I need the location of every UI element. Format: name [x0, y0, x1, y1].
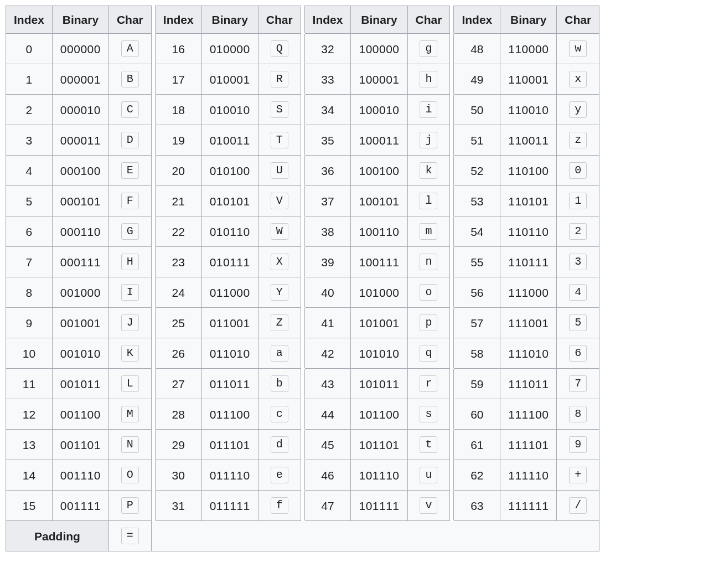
base64-alphabet-table: Index Binary Char Index Binary Char Inde… [6, 6, 599, 551]
cell-binary: 011110 [201, 460, 258, 491]
cell-binary: 010010 [201, 95, 258, 125]
cell-binary: 000101 [52, 186, 108, 216]
group-spacer [301, 277, 304, 308]
cell-char: R [258, 64, 301, 95]
cell-binary: 100011 [351, 125, 407, 156]
cell-binary: 000100 [52, 156, 108, 186]
cell-char: k [407, 156, 450, 186]
cell-char: f [258, 491, 301, 521]
cell-binary: 001000 [52, 277, 108, 308]
char-code: 2 [569, 223, 587, 240]
group-spacer [151, 369, 155, 399]
cell-char: K [108, 338, 151, 369]
cell-binary: 001011 [52, 369, 108, 399]
cell-char: h [407, 64, 450, 95]
cell-index: 36 [304, 156, 351, 186]
cell-char: 4 [557, 277, 599, 308]
cell-binary: 011010 [201, 338, 258, 369]
group-spacer [301, 369, 304, 399]
char-code: W [271, 223, 288, 240]
cell-char: H [108, 247, 151, 277]
group-spacer [151, 338, 155, 369]
cell-char: 0 [557, 156, 599, 186]
cell-binary: 110000 [500, 34, 557, 64]
cell-char: L [108, 369, 151, 399]
char-code: l [420, 193, 437, 209]
char-code: H [121, 254, 139, 270]
cell-index: 48 [454, 34, 500, 64]
group-spacer [151, 277, 155, 308]
cell-char: j [407, 125, 450, 156]
cell-index: 44 [304, 399, 351, 430]
char-code: p [420, 314, 437, 331]
cell-index: 60 [454, 399, 500, 430]
char-code: j [420, 132, 437, 148]
cell-binary: 010110 [201, 216, 258, 247]
cell-char: z [557, 125, 599, 156]
cell-index: 20 [155, 156, 201, 186]
char-code: O [121, 467, 139, 483]
group-spacer [301, 430, 304, 460]
char-code: 3 [569, 254, 587, 270]
group-spacer [450, 338, 454, 369]
char-code: a [271, 345, 288, 362]
group-spacer [450, 247, 454, 277]
char-code: r [420, 375, 437, 392]
col-char: Char [557, 6, 599, 34]
cell-binary: 101101 [351, 430, 407, 460]
cell-char: Z [258, 308, 301, 338]
cell-index: 34 [304, 95, 351, 125]
cell-binary: 101110 [351, 460, 407, 491]
char-code: y [569, 101, 587, 118]
cell-char: 6 [557, 338, 599, 369]
cell-char: x [557, 64, 599, 95]
cell-char: J [108, 308, 151, 338]
cell-index: 18 [155, 95, 201, 125]
table-row: 6000110G22010110W38100110m541101102 [6, 216, 599, 247]
char-code: n [420, 254, 437, 270]
cell-index: 11 [6, 369, 53, 399]
group-spacer [450, 369, 454, 399]
cell-index: 10 [6, 338, 53, 369]
group-spacer [301, 6, 304, 34]
table-row: 7000111H23010111X39100111n551101113 [6, 247, 599, 277]
cell-index: 5 [6, 186, 53, 216]
padding-char-cell: = [108, 521, 151, 551]
col-binary: Binary [500, 6, 557, 34]
cell-char: D [108, 125, 151, 156]
cell-binary: 001100 [52, 399, 108, 430]
cell-char: E [108, 156, 151, 186]
cell-char: s [407, 399, 450, 430]
cell-char: 5 [557, 308, 599, 338]
cell-index: 58 [454, 338, 500, 369]
char-code: F [121, 193, 139, 209]
table-row: 11001011L27011011b43101011r591110117 [6, 369, 599, 399]
cell-binary: 100100 [351, 156, 407, 186]
cell-index: 53 [454, 186, 500, 216]
cell-binary: 010001 [201, 64, 258, 95]
char-code: w [569, 40, 587, 57]
cell-char: c [258, 399, 301, 430]
group-spacer [450, 186, 454, 216]
cell-char: n [407, 247, 450, 277]
char-code: u [420, 467, 437, 483]
table-row: 8001000I24011000Y40101000o561110004 [6, 277, 599, 308]
cell-index: 40 [304, 277, 351, 308]
cell-char: C [108, 95, 151, 125]
char-code: M [121, 406, 139, 422]
group-spacer [151, 460, 155, 491]
table-row: 15001111P31011111f47101111v63111111/ [6, 491, 599, 521]
table-row: 13001101N29011101d45101101t611111019 [6, 430, 599, 460]
table-row: 5000101F21010101V37100101l531101011 [6, 186, 599, 216]
table-row: 0000000A16010000Q32100000g48110000w [6, 34, 599, 64]
group-spacer [151, 399, 155, 430]
cell-binary: 110111 [500, 247, 557, 277]
table-header: Index Binary Char Index Binary Char Inde… [6, 6, 599, 34]
cell-char: q [407, 338, 450, 369]
col-index: Index [454, 6, 500, 34]
group-spacer [151, 186, 155, 216]
cell-char: p [407, 308, 450, 338]
cell-binary: 000110 [52, 216, 108, 247]
cell-index: 12 [6, 399, 53, 430]
cell-char: X [258, 247, 301, 277]
